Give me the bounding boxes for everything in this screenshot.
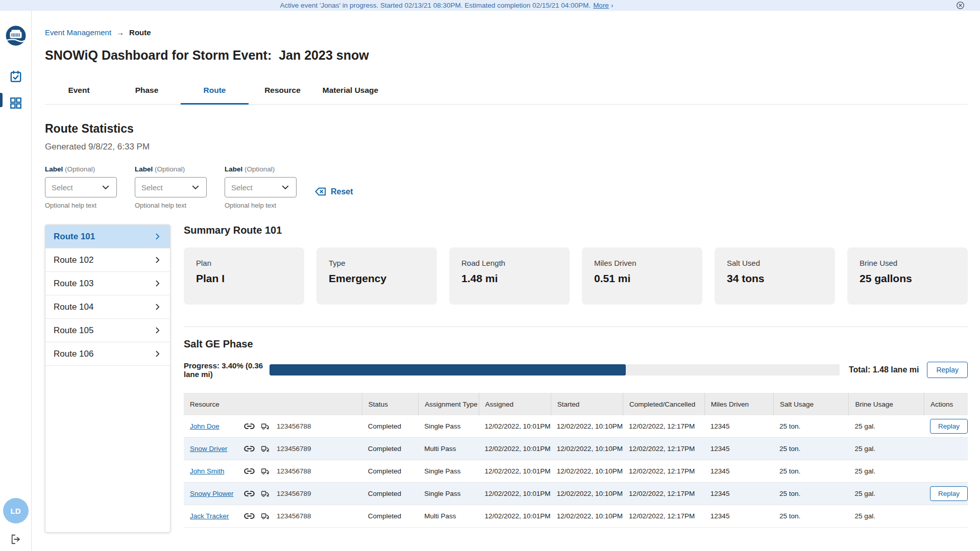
tab-phase[interactable]: Phase — [113, 86, 181, 105]
calendar-nav-icon[interactable] — [9, 70, 22, 83]
salt-cell: 25 ton. — [773, 445, 848, 453]
resource-link[interactable]: Snowy Plower — [190, 490, 244, 497]
filter-select-2[interactable]: Select — [135, 177, 207, 197]
salt-cell: 25 ton. — [773, 467, 848, 475]
brine-cell: 25 gal. — [848, 512, 923, 520]
resource-id: 123456788 — [277, 512, 311, 520]
route-list-item-101[interactable]: Route 101 — [45, 225, 170, 248]
banner-close-icon[interactable] — [956, 1, 965, 10]
resource-link[interactable]: John Smith — [190, 467, 244, 475]
filter-optional: (Optional) — [244, 165, 275, 173]
miles-cell: 12345 — [704, 467, 773, 475]
reset-button[interactable]: Reset — [314, 186, 353, 197]
table-row: John Smith 123456788 Completed Single Pa… — [184, 460, 968, 483]
phase-progress-row: Progress: 3.40% (0.36 lane mi) Total: 1.… — [184, 361, 968, 379]
tab-resource[interactable]: Resource — [249, 86, 316, 105]
plow-truck-icon — [260, 511, 271, 521]
completed-cell: 12/02/2022, 12:17PM — [623, 422, 704, 430]
chevron-right-icon — [153, 303, 162, 311]
filter-select-1[interactable]: Select — [45, 177, 117, 197]
assigned-cell: 12/02/2022, 10:01PM — [479, 512, 551, 520]
chevron-right-icon: › — [611, 2, 614, 9]
resource-link[interactable]: John Doe — [190, 422, 244, 430]
col-header-salt-usage: Salt Usage — [773, 393, 848, 415]
started-cell: 12/02/2022, 10:10PM — [551, 512, 623, 520]
completed-cell: 12/02/2022, 12:17PM — [623, 512, 704, 520]
progress-fill — [270, 364, 626, 375]
route-list-item-102[interactable]: Route 102 — [45, 248, 170, 272]
progress-label: Progress: 3.40% (0.36 lane mi) — [184, 361, 270, 379]
resource-link[interactable]: Snow Driver — [190, 445, 244, 453]
miles-cell: 12345 — [704, 445, 773, 453]
summary-card-miles-driven: Miles Driven 0.51 mi — [582, 247, 702, 305]
tab-route[interactable]: Route — [181, 86, 249, 105]
status-cell: Completed — [362, 490, 419, 497]
summary-card-type: Type Emergency — [316, 247, 437, 305]
row-replay-button[interactable]: Replay — [930, 486, 968, 501]
col-header-resource: Resource — [184, 393, 362, 415]
miles-cell: 12345 — [704, 512, 773, 520]
tab-material-usage[interactable]: Material Usage — [316, 86, 384, 105]
col-header-assignment-type: Assignment Type — [418, 393, 478, 415]
col-header-status: Status — [362, 393, 419, 415]
filter-label: Label — [225, 165, 242, 173]
tab-event[interactable]: Event — [45, 86, 113, 105]
section-divider — [184, 327, 968, 327]
filter-label: Label — [45, 165, 63, 173]
salt-cell: 25 ton. — [773, 422, 848, 430]
status-cell: Completed — [362, 445, 419, 453]
route-statistics-heading: Route Statistics — [45, 122, 968, 136]
filter-1: Label (Optional) Select Optional help te… — [45, 165, 117, 209]
chevron-down-icon — [281, 183, 290, 192]
breadcrumb: Event Management → Route — [45, 28, 968, 37]
progress-bar — [270, 364, 840, 375]
salt-cell: 25 ton. — [773, 512, 848, 520]
phase-replay-button[interactable]: Replay — [927, 362, 968, 378]
salt-cell: 25 ton. — [773, 490, 848, 497]
table-row: Snowy Plower 123456789 Completed Single … — [184, 483, 968, 505]
completed-cell: 12/02/2022, 12:17PM — [623, 445, 704, 453]
resource-id: 123456789 — [277, 445, 311, 453]
banner-more-link[interactable]: More — [593, 2, 609, 9]
table-row: John Doe 123456788 Completed Single Pass… — [184, 415, 968, 438]
route-list-item-103[interactable]: Route 103 — [45, 272, 170, 295]
progress-total: Total: 1.48 lane mi — [849, 365, 919, 374]
summary-cards: Plan Plan I Type Emergency Road Length 1… — [184, 247, 968, 305]
summary-card-brine-used: Brine Used 25 gallons — [847, 247, 968, 305]
col-header-miles-driven: Miles Driven — [704, 393, 773, 415]
filter-optional: (Optional) — [155, 165, 185, 173]
route-list-item-106[interactable]: Route 106 — [45, 342, 170, 366]
filter-optional: (Optional) — [65, 165, 95, 173]
chevron-right-icon — [153, 349, 162, 358]
active-event-banner: Active event 'Jonas' in progress. Starte… — [0, 0, 980, 11]
route-list: Route 101 Route 102 Route 103 Route 104 … — [45, 224, 170, 533]
chevron-right-icon — [153, 279, 162, 288]
active-nav-indicator — [0, 93, 3, 107]
col-header-completed-cancelled: Completed/Cancelled — [623, 393, 704, 415]
plow-truck-icon — [260, 466, 271, 477]
chevron-down-icon — [101, 183, 110, 192]
table-header-row: Resource Status Assignment Type Assigned… — [184, 393, 968, 415]
resource-table: Resource Status Assignment Type Assigned… — [184, 393, 968, 528]
filter-select-3[interactable]: Select — [225, 177, 297, 197]
filter-help-text: Optional help text — [45, 202, 117, 209]
avatar[interactable]: LD — [3, 498, 29, 523]
dashboard-grid-nav-icon[interactable] — [9, 96, 22, 110]
row-replay-button[interactable]: Replay — [930, 419, 968, 434]
assigned-cell: 12/02/2022, 10:01PM — [479, 467, 551, 475]
assigned-cell: 12/02/2022, 10:01PM — [479, 422, 551, 430]
completed-cell: 12/02/2022, 12:17PM — [623, 490, 704, 497]
resource-link[interactable]: Jack Tracker — [190, 512, 244, 520]
route-list-item-105[interactable]: Route 105 — [45, 319, 170, 342]
status-cell: Completed — [362, 512, 419, 520]
summary-card-salt-used: Salt Used 34 tons — [715, 247, 835, 305]
route-list-item-104[interactable]: Route 104 — [45, 295, 170, 319]
plow-truck-icon — [260, 488, 271, 499]
banner-text: Active event 'Jonas' in progress. Starte… — [280, 2, 591, 9]
select-value: Select — [141, 183, 163, 192]
select-value: Select — [231, 183, 253, 192]
brine-cell: 25 gal. — [848, 445, 923, 453]
logout-icon[interactable] — [10, 534, 21, 545]
link-icon — [244, 488, 255, 499]
breadcrumb-parent-link[interactable]: Event Management — [45, 28, 111, 37]
